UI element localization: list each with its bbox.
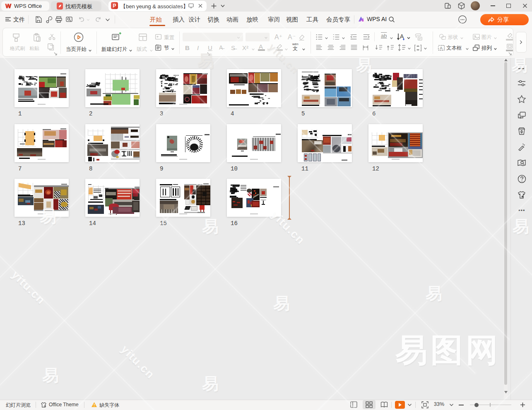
svg-text:A: A — [440, 46, 442, 50]
